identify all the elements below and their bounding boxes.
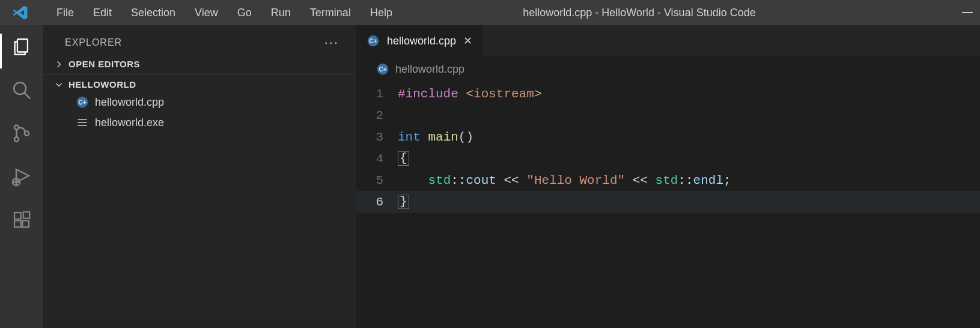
close-icon[interactable]: ✕ xyxy=(463,34,472,47)
run-debug-icon[interactable] xyxy=(11,166,32,187)
svg-text:C+: C+ xyxy=(379,66,386,73)
sidebar-more-icon[interactable]: ··· xyxy=(324,35,342,50)
extensions-icon[interactable] xyxy=(11,209,32,231)
menu-selection[interactable]: Selection xyxy=(121,3,185,23)
line-number: 4 xyxy=(356,152,398,166)
svg-point-1 xyxy=(14,82,26,94)
section-workspace-label: HELLOWORLD xyxy=(68,79,136,90)
code-area[interactable]: 1 #include <iostream> 2 3 int main() 4 {… xyxy=(356,83,980,213)
section-open-editors[interactable]: OPEN EDITORS xyxy=(43,54,356,71)
svg-point-4 xyxy=(14,137,19,141)
activity-bar xyxy=(0,25,43,328)
svg-rect-0 xyxy=(17,39,28,52)
file-helloworld-cpp[interactable]: C+ helloworld.cpp xyxy=(43,92,356,112)
explorer-sidebar: EXPLORER ··· OPEN EDITORS HELLOWORLD C+ … xyxy=(43,25,356,328)
tab-label: helloworld.cpp xyxy=(387,35,456,47)
window-title: helloworld.cpp - HelloWorld - Visual Stu… xyxy=(402,7,937,19)
menu-help[interactable]: Help xyxy=(361,3,402,23)
file-helloworld-exe[interactable]: helloworld.exe xyxy=(43,112,356,133)
svg-line-2 xyxy=(24,93,30,99)
svg-point-5 xyxy=(25,131,29,135)
svg-rect-12 xyxy=(22,220,29,227)
code-line[interactable]: 3 int main() xyxy=(356,126,980,148)
breadcrumb[interactable]: C+ helloworld.cpp xyxy=(356,56,980,83)
menu-go[interactable]: Go xyxy=(228,3,261,23)
file-label: helloworld.exe xyxy=(95,117,164,129)
menu-file[interactable]: File xyxy=(47,3,84,23)
line-number: 6 xyxy=(356,195,398,209)
explorer-icon[interactable] xyxy=(11,36,32,58)
activity-indicator xyxy=(0,34,2,68)
exe-file-icon xyxy=(76,116,89,129)
line-number: 2 xyxy=(356,109,398,123)
search-icon[interactable] xyxy=(11,79,32,101)
title-bar: File Edit Selection View Go Run Terminal… xyxy=(0,0,980,25)
cpp-file-icon: C+ xyxy=(367,34,380,47)
line-number: 1 xyxy=(356,87,398,101)
menu-edit[interactable]: Edit xyxy=(84,3,121,23)
svg-rect-11 xyxy=(14,220,21,227)
svg-point-3 xyxy=(14,126,19,130)
menu-view[interactable]: View xyxy=(185,3,228,23)
cpp-file-icon: C+ xyxy=(376,62,389,76)
chevron-down-icon xyxy=(54,80,64,90)
line-number: 3 xyxy=(356,130,398,144)
svg-text:C+: C+ xyxy=(369,38,377,44)
svg-rect-13 xyxy=(23,212,30,219)
code-line[interactable]: 1 #include <iostream> xyxy=(356,83,980,105)
breadcrumb-label: helloworld.cpp xyxy=(395,63,464,76)
minimize-button[interactable] xyxy=(962,12,973,13)
tab-bar: C+ helloworld.cpp ✕ xyxy=(356,25,980,56)
svg-rect-10 xyxy=(14,213,21,219)
window-controls xyxy=(937,12,973,13)
tab-helloworld[interactable]: C+ helloworld.cpp ✕ xyxy=(356,25,483,56)
code-line[interactable]: 6 } xyxy=(356,191,980,213)
code-line[interactable]: 2 xyxy=(356,105,980,126)
section-open-editors-label: OPEN EDITORS xyxy=(68,59,140,69)
file-label: helloworld.cpp xyxy=(95,96,164,109)
menu-terminal[interactable]: Terminal xyxy=(300,3,361,23)
chevron-right-icon xyxy=(54,59,64,69)
menu-bar: File Edit Selection View Go Run Terminal… xyxy=(47,3,402,23)
section-workspace[interactable]: HELLOWORLD xyxy=(43,74,356,92)
line-number: 5 xyxy=(356,174,398,187)
code-line[interactable]: 5 std::cout << "Hello World" << std::end… xyxy=(356,169,980,191)
cpp-file-icon: C+ xyxy=(76,96,89,109)
source-control-icon[interactable] xyxy=(11,123,32,144)
editor-area: C+ helloworld.cpp ✕ C+ helloworld.cpp 1 … xyxy=(356,25,980,328)
svg-marker-6 xyxy=(16,169,29,182)
vscode-logo-icon xyxy=(12,4,29,21)
code-line[interactable]: 4 { xyxy=(356,148,980,169)
menu-run[interactable]: Run xyxy=(261,3,300,23)
sidebar-title: EXPLORER xyxy=(65,37,122,48)
svg-text:C+: C+ xyxy=(78,99,86,106)
